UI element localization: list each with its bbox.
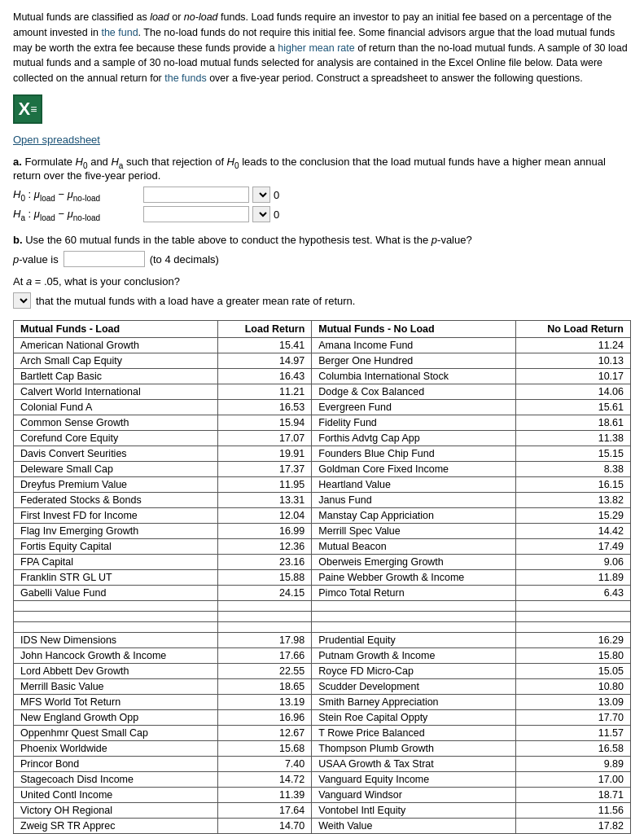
ha-select[interactable]: ▼><≠	[252, 206, 270, 222]
ha-label: Ha : μload − μno-load	[13, 208, 143, 222]
funds-table: Mutual Funds - Load Load Return Mutual F…	[13, 320, 631, 834]
noload-fund-name: Vanguard Windsor	[312, 788, 515, 803]
noload-fund-return: 9.06	[515, 555, 630, 570]
noload-fund-return: 14.06	[515, 384, 630, 400]
table-row: Lord Abbett Dev Growth 22.55 Royce FD Mi…	[14, 664, 631, 679]
load-fund-name: Davis Convert Seurities	[14, 446, 218, 462]
load-fund-return: 17.37	[217, 462, 312, 477]
ha-input[interactable]	[143, 206, 249, 222]
load-fund-name: Federated Stocks & Bonds	[14, 493, 218, 508]
noload-fund-name: Thompson Plumb Growth	[312, 741, 515, 757]
load-fund-return: 15.68	[217, 741, 312, 757]
noload-fund-name: Amana Income Fund	[312, 338, 515, 353]
load-fund-return: 16.53	[217, 400, 312, 415]
noload-fund-return: 16.29	[515, 633, 630, 648]
table-row: American National Growth 15.41 Amana Inc…	[14, 338, 631, 353]
load-fund-return: 13.31	[217, 493, 312, 508]
table-row: Gabelli Value Fund 24.15 Pimco Total Ret…	[14, 586, 631, 601]
noload-fund-return: 17.82	[515, 819, 630, 834]
table-row: MFS World Tot Return 13.19 Smith Barney …	[14, 695, 631, 710]
ha-zero: 0	[274, 208, 279, 221]
load-fund-name: Phoenix Worldwide	[14, 741, 218, 757]
table-row: Stagecoach Disd Income 14.72 Vanguard Eq…	[14, 772, 631, 788]
noload-fund-name: Smith Barney Appreciation	[312, 695, 515, 710]
table-row: Calvert World International 11.21 Dodge …	[14, 384, 631, 400]
load-fund-name: MFS World Tot Return	[14, 695, 218, 710]
load-fund-return: 14.97	[217, 353, 312, 369]
noload-fund-return: 11.56	[515, 803, 630, 819]
noload-fund-name: Goldman Core Fixed Income	[312, 462, 515, 477]
load-fund-name: Colonial Fund A	[14, 400, 218, 415]
noload-fund-name: Oberweis Emerging Growth	[312, 555, 515, 570]
load-fund-name: American National Growth	[14, 338, 218, 353]
load-fund-return: 16.96	[217, 710, 312, 726]
noload-fund-name: Fidelity Fund	[312, 415, 515, 431]
noload-fund-return: 11.24	[515, 338, 630, 353]
load-fund-return: 12.36	[217, 539, 312, 555]
noload-fund-return: 15.15	[515, 446, 630, 462]
pvalue-label: p-value is	[13, 253, 59, 266]
h0-input[interactable]	[143, 187, 249, 203]
noload-fund-return: 16.15	[515, 477, 630, 493]
noload-fund-name: Weith Value	[312, 819, 515, 834]
load-fund-return: 17.98	[217, 633, 312, 648]
noload-fund-return: 13.09	[515, 695, 630, 710]
noload-fund-name: Stein Roe Capital Oppty	[312, 710, 515, 726]
load-fund-return: 22.55	[217, 664, 312, 679]
load-fund-name: Lord Abbett Dev Growth	[14, 664, 218, 679]
noload-fund-name: Heartland Value	[312, 477, 515, 493]
load-fund-name: New England Growth Opp	[14, 710, 218, 726]
table-row: Princor Bond 7.40 USAA Growth & Tax Stra…	[14, 757, 631, 772]
open-spreadsheet-link[interactable]: Open spreadsheet	[13, 134, 631, 146]
table-row: Federated Stocks & Bonds 13.31 Janus Fun…	[14, 493, 631, 508]
table-row: Phoenix Worldwide 15.68 Thompson Plumb G…	[14, 741, 631, 757]
load-fund-name: Victory OH Regional	[14, 803, 218, 819]
noload-fund-return: 10.13	[515, 353, 630, 369]
table-row: IDS New Dimensions 17.98 Prudential Equi…	[14, 633, 631, 648]
excel-icon[interactable]: X≡	[13, 94, 42, 124]
noload-fund-name: Forthis Advtg Cap App	[312, 431, 515, 446]
load-fund-return: 16.99	[217, 524, 312, 539]
load-fund-name: Deleware Small Cap	[14, 462, 218, 477]
pvalue-input[interactable]	[64, 251, 145, 267]
load-fund-name: FPA Capital	[14, 555, 218, 570]
conclusion-select[interactable]: ▼	[13, 292, 31, 309]
noload-fund-name: Founders Blue Chip Fund	[312, 446, 515, 462]
h0-row: H0 : μload − μno-load ▼≤≥= 0	[13, 187, 631, 203]
h0-select[interactable]: ▼≤≥=	[252, 187, 270, 203]
table-row: Corefund Core Equity 17.07 Forthis Advtg…	[14, 431, 631, 446]
load-fund-return: 17.07	[217, 431, 312, 446]
load-fund-return: 14.70	[217, 819, 312, 834]
table-row: Fortis Equity Capital 12.36 Mutual Beaco…	[14, 539, 631, 555]
conclusion-question: At a = .05, what is your conclusion?	[13, 275, 631, 288]
col-noload-return-header: No Load Return	[515, 321, 630, 338]
ha-row: Ha : μload − μno-load ▼><≠ 0	[13, 206, 631, 222]
noload-fund-name: Scudder Development	[312, 679, 515, 695]
noload-fund-name: Evergreen Fund	[312, 400, 515, 415]
load-fund-return: 15.94	[217, 415, 312, 431]
table-row: Zweig SR TR Apprec 14.70 Weith Value 17.…	[14, 819, 631, 834]
noload-fund-name: Dodge & Cox Balanced	[312, 384, 515, 400]
table-row: Oppenhmr Quest Small Cap 12.67 T Rowe Pr…	[14, 726, 631, 741]
table-row: Common Sense Growth 15.94 Fidelity Fund …	[14, 415, 631, 431]
noload-fund-return: 15.80	[515, 648, 630, 664]
load-fund-name: Stagecoach Disd Income	[14, 772, 218, 788]
table-row: Flag Inv Emerging Growth 16.99 Merrill S…	[14, 524, 631, 539]
table-row: United Contl Income 11.39 Vanguard Winds…	[14, 788, 631, 803]
load-fund-return: 23.16	[217, 555, 312, 570]
noload-fund-name: Paine Webber Growth & Income	[312, 570, 515, 586]
table-row: Davis Convert Seurities 19.91 Founders B…	[14, 446, 631, 462]
load-fund-return: 19.91	[217, 446, 312, 462]
table-row: Merrill Basic Value 18.65 Scudder Develo…	[14, 679, 631, 695]
noload-fund-return: 11.38	[515, 431, 630, 446]
load-fund-name: Bartlett Cap Basic	[14, 369, 218, 384]
conclusion-text: that the mutual funds with a load have a…	[36, 295, 355, 307]
table-row: First Invest FD for Income 12.04 Manstay…	[14, 508, 631, 524]
noload-fund-name: Pimco Total Return	[312, 586, 515, 601]
load-fund-return: 15.41	[217, 338, 312, 353]
load-fund-return: 11.39	[217, 788, 312, 803]
noload-fund-name: Vanguard Equity Income	[312, 772, 515, 788]
load-fund-name: Calvert World International	[14, 384, 218, 400]
load-fund-name: Gabelli Value Fund	[14, 586, 218, 601]
load-fund-return: 11.95	[217, 477, 312, 493]
